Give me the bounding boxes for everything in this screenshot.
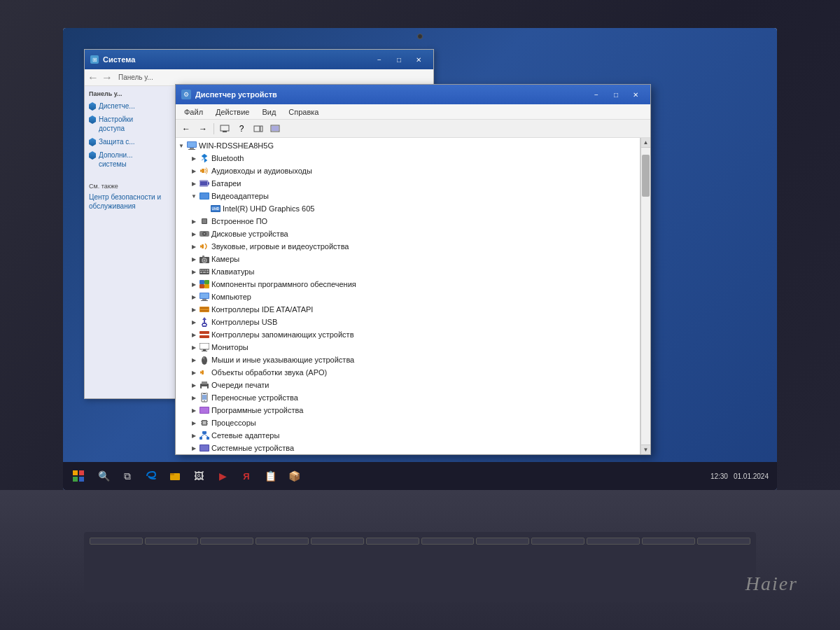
keyboard-expand[interactable]: ▶ xyxy=(190,267,198,276)
toolbar-computer-btn[interactable] xyxy=(217,122,232,136)
processors-expand[interactable]: ▶ xyxy=(190,419,198,427)
tree-item-print-queue[interactable]: ▶ Очереди печати xyxy=(176,379,640,391)
task-yandex-icon[interactable]: Я xyxy=(235,463,258,489)
tree-item-network[interactable]: ▶ Сетевые адаптеры xyxy=(176,429,640,442)
task-explorer-icon[interactable] xyxy=(164,463,186,489)
storage-ctrl-expand[interactable]: ▶ xyxy=(190,330,198,339)
tree-scrollbar[interactable]: ▲ ▼ xyxy=(640,138,650,454)
key xyxy=(642,538,695,545)
battery-expand[interactable]: ▶ xyxy=(190,179,198,188)
menu-action[interactable]: Действие xyxy=(210,106,255,118)
sound-expand[interactable]: ▶ xyxy=(190,242,198,251)
bluetooth-expand[interactable]: ▶ xyxy=(190,154,198,162)
tree-item-software-dev[interactable]: ▶ Программные устройства xyxy=(176,404,640,416)
tree-root-node[interactable]: ▼ WIN-RDSSHEA8H5G xyxy=(176,139,640,152)
key xyxy=(311,538,364,545)
video-icon xyxy=(200,191,209,201)
task-search-icon[interactable]: 🔍 xyxy=(92,463,115,489)
menu-help[interactable]: Справка xyxy=(283,106,324,118)
scroll-up-btn[interactable]: ▲ xyxy=(641,138,650,148)
svg-rect-10 xyxy=(202,169,204,173)
devmgr-tree[interactable]: ▼ WIN-RDSSHEA8H5G xyxy=(176,138,640,454)
tree-item-apo[interactable]: ▶ Объекты обработки звука (APO) xyxy=(176,366,640,379)
mice-expand[interactable]: ▶ xyxy=(190,356,198,364)
system-dev-expand[interactable]: ▶ xyxy=(190,444,198,452)
forward-btn[interactable]: → xyxy=(102,71,113,84)
nav-protection[interactable]: Защита с... xyxy=(89,137,171,146)
tree-item-intel-gpu[interactable]: ▶ UHD Intel(R) UHD Graphics 605 xyxy=(176,202,640,215)
toolbar-help-btn[interactable]: ? xyxy=(234,122,249,136)
menu-view[interactable]: Вид xyxy=(256,106,281,118)
software-comp-expand[interactable]: ▶ xyxy=(190,280,198,288)
svg-point-65 xyxy=(204,400,205,402)
audio-expand[interactable]: ▶ xyxy=(190,167,198,175)
task-icon-4[interactable]: ▶ xyxy=(211,463,234,489)
devmgr-minimize-btn[interactable]: − xyxy=(587,88,606,101)
tree-item-video[interactable]: ▼ Видеоадаптеры xyxy=(176,190,640,202)
nav-settings[interactable]: Настройкидоступа xyxy=(89,115,171,133)
ide-expand[interactable]: ▶ xyxy=(190,305,198,314)
task-edge-icon[interactable] xyxy=(140,463,162,489)
nav-dispatcher[interactable]: Диспетче... xyxy=(89,102,171,111)
tree-item-processors[interactable]: ▶ Процессоры xyxy=(176,416,640,429)
scroll-down-btn[interactable]: ▼ xyxy=(641,444,650,454)
apo-expand[interactable]: ▶ xyxy=(190,368,198,377)
task-icon-3[interactable]: 🖼 xyxy=(188,463,210,489)
network-expand[interactable]: ▶ xyxy=(190,431,198,440)
scroll-thumb[interactable] xyxy=(642,155,650,197)
tree-item-battery[interactable]: ▶ Батареи xyxy=(176,177,640,190)
back-btn[interactable]: ← xyxy=(88,71,99,84)
nav-additional[interactable]: Дополни...системы xyxy=(89,150,171,169)
tree-item-embedded[interactable]: ▶ Встроенное ПО xyxy=(176,215,640,227)
tree-item-monitors[interactable]: ▶ Мониторы xyxy=(176,341,640,354)
usb-expand[interactable]: ▶ xyxy=(190,318,198,326)
tree-item-storage-ctrl[interactable]: ▶ Контроллеры запоминающих устройств xyxy=(176,328,640,341)
tree-item-bluetooth[interactable]: ▶ Bluetooth xyxy=(176,152,640,164)
tree-item-cameras[interactable]: ▶ Камеры xyxy=(176,253,640,265)
embedded-expand[interactable]: ▶ xyxy=(190,217,198,225)
software-dev-expand[interactable]: ▶ xyxy=(190,406,198,414)
camera-expand[interactable]: ▶ xyxy=(190,255,198,263)
devmgr-icon: ⚙ xyxy=(181,90,191,99)
video-expand[interactable]: ▼ xyxy=(190,192,198,200)
toolbar-forward-btn[interactable]: → xyxy=(195,122,211,136)
tree-item-ide[interactable]: ▶ Контроллеры IDE ATA/ATAPI xyxy=(176,303,640,316)
tree-item-keyboard[interactable]: ▶ xyxy=(176,265,640,278)
svg-rect-52 xyxy=(200,335,209,338)
system-maximize-btn[interactable]: □ xyxy=(390,53,408,66)
root-expand-arrow[interactable]: ▼ xyxy=(177,141,186,150)
security-center-link[interactable]: Центр безопасности и обслуживания xyxy=(89,192,171,211)
task-taskview-icon[interactable]: ⧉ xyxy=(116,463,139,489)
print-queue-expand[interactable]: ▶ xyxy=(190,381,198,389)
tree-item-usb[interactable]: ▶ Контроллеры USB xyxy=(176,316,640,328)
task-icon-5[interactable]: 📋 xyxy=(259,463,281,489)
toolbar-props-btn[interactable] xyxy=(251,122,266,136)
key xyxy=(255,538,309,545)
monitors-expand[interactable]: ▶ xyxy=(190,343,198,351)
system-window-title: Система xyxy=(103,55,366,64)
toolbar-screen-btn[interactable] xyxy=(267,122,283,136)
system-minimize-btn[interactable]: − xyxy=(370,53,388,66)
portable-expand[interactable]: ▶ xyxy=(190,393,198,402)
menu-file[interactable]: Файл xyxy=(178,106,209,118)
disk-expand[interactable]: ▶ xyxy=(190,230,198,238)
toolbar-back-btn[interactable]: ← xyxy=(178,122,194,136)
svg-rect-24 xyxy=(202,244,204,248)
tree-item-portable[interactable]: ▶ Переносные устройства xyxy=(176,391,640,404)
tree-item-sound[interactable]: ▶ Звуковые, игровые и видеоустройства xyxy=(176,240,640,253)
computer-expand[interactable]: ▶ xyxy=(190,293,198,301)
start-button[interactable] xyxy=(66,463,91,489)
task-icon-6[interactable]: 📦 xyxy=(283,463,305,489)
scroll-track[interactable] xyxy=(641,148,650,444)
tree-item-audio[interactable]: ▶ Аудиовходы и аудиовыходы xyxy=(176,164,640,177)
devmgr-close-btn[interactable]: ✕ xyxy=(626,88,645,101)
devmgr-maximize-btn[interactable]: □ xyxy=(607,88,625,101)
tree-item-disk[interactable]: ▶ Дисковые устройства xyxy=(176,227,640,240)
devmgr-controls[interactable]: − □ ✕ xyxy=(587,88,645,101)
tree-item-software-comp[interactable]: ▶ Компоненты программного обеспечения xyxy=(176,278,640,290)
tree-item-computer[interactable]: ▶ Компьютер xyxy=(176,290,640,303)
tree-item-mice[interactable]: ▶ Мыши и иные указывающие устройства xyxy=(176,354,640,366)
system-close-btn[interactable]: ✕ xyxy=(410,53,428,66)
tree-item-system-dev[interactable]: ▶ Системные устройства xyxy=(176,442,640,454)
svg-rect-43 xyxy=(202,299,206,300)
